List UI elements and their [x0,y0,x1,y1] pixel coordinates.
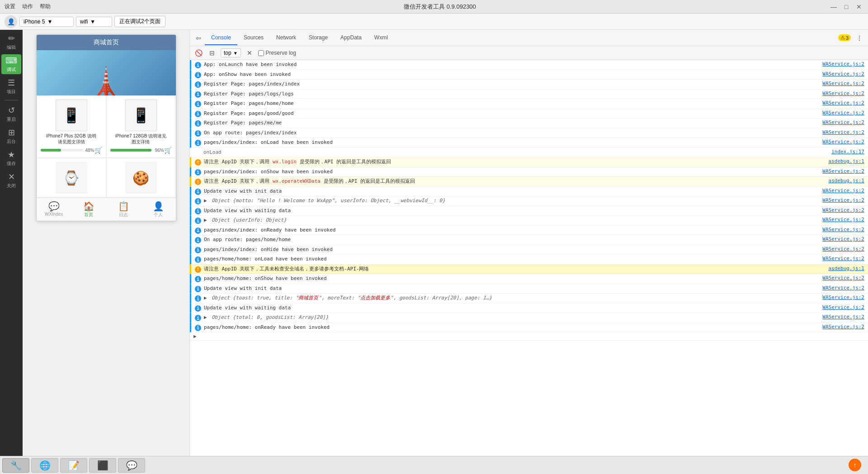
product-item-2[interactable]: 📱 iPhone7 128GB 说明请见图文详情 96% 🛒 [106,95,176,158]
nav-label-home: 首页 [84,212,93,218]
console-log-area: i App: onLaunch have been invoked WAServ… [190,60,868,456]
log-row: i pages/index/index: onHide have been in… [190,245,868,255]
log-source[interactable]: WAService.js:2 [822,110,864,116]
expand-icon[interactable]: ▶ [204,314,207,320]
expand-icon[interactable]: ▶ [204,217,207,223]
device-selector[interactable]: iPhone 5 ▼ [19,17,74,27]
log-source[interactable]: WAService.js:2 [822,207,864,213]
product-item-1[interactable]: 📱 iPhone7 Plus 32GB 说明请见图文详情 48% 🛒 [37,95,106,158]
close-button[interactable]: ✕ [854,2,863,11]
preserve-log-checkbox[interactable]: Preserve log [258,50,296,56]
log-source[interactable]: WAService.js:2 [822,100,864,106]
log-source[interactable]: WAService.js:2 [822,227,864,232]
warning-icon: ⚠ [840,35,845,41]
log-source[interactable]: WAService.js:2 [822,139,864,145]
log-row: i On app route: pages/home/home WAServic… [190,235,868,245]
product-item-4[interactable]: 🍪 [106,158,176,198]
regex-filter-button[interactable]: ✕ [245,48,255,58]
log-source[interactable]: WAService.js:2 [822,256,864,261]
taskbar-item-chrome[interactable]: 🌐 [31,458,58,473]
cart-icon-1[interactable]: 🛒 [94,147,102,154]
log-source[interactable]: index.js:17 [831,149,864,155]
log-source[interactable]: WAService.js:2 [822,119,864,125]
log-row: i Register Page: pages/logs/logs WAServi… [190,90,868,100]
sidebar-item-edit[interactable]: ✏ 编辑 [1,32,21,52]
tab-network[interactable]: Network [270,31,302,45]
nav-item-profile[interactable]: 👤 个人 [141,198,176,221]
log-source[interactable]: WAService.js:2 [822,81,864,86]
log-source[interactable]: WAService.js:2 [822,217,864,223]
taskbar-item-wechat[interactable]: 💬 [118,458,145,473]
tab-storage[interactable]: Storage [302,31,334,45]
nav-item-logs[interactable]: 📋 日志 [106,198,141,221]
menu-help[interactable]: 帮助 [40,3,51,10]
clear-console-button[interactable]: 🚫 [193,48,203,58]
log-text: pages/index/index: onShow have been invo… [204,168,818,176]
top-filter-dropdown[interactable]: top ▼ [221,48,241,57]
log-source[interactable]: WAService.js:2 [822,275,864,281]
sidebar-item-debug[interactable]: ⌨ 调试 [1,54,21,74]
tab-console[interactable]: Console [205,31,237,45]
devtools-menu-icon[interactable]: ⋮ [853,32,866,44]
filter-button[interactable]: ⊟ [207,48,217,58]
nav-item-home[interactable]: 🏠 首页 [71,198,106,221]
minimize-button[interactable]: — [829,2,838,11]
taskbar-item-terminal[interactable]: ⬛ [89,458,116,473]
sidebar-item-close[interactable]: ✕ 关闭 [1,171,21,190]
log-source[interactable]: WAService.js:2 [822,188,864,194]
sidebar-item-background[interactable]: ⊞ 后台 [1,126,21,146]
log-source[interactable]: WAService.js:2 [822,246,864,252]
log-row: i Update view with init data WAService.j… [190,187,868,197]
product-image-1: 📱 [56,100,87,131]
taskbar-item-devtools[interactable]: 🔧 [2,458,29,473]
log-text: Update view with waiting data [204,207,818,215]
log-source[interactable]: WAService.js:2 [822,314,864,320]
log-source[interactable]: WAService.js:2 [822,71,864,77]
page-debug-button[interactable]: 正在调试2个页面 [114,16,165,27]
log-source[interactable]: WAService.js:2 [822,324,864,330]
menu-settings[interactable]: 设置 [5,3,15,10]
log-source[interactable]: WAService.js:2 [822,168,864,174]
log-source[interactable]: WAService.js:2 [822,129,864,135]
log-source[interactable]: WAService.js:2 [822,61,864,67]
taskbar-item-editor[interactable]: 📝 [60,458,87,473]
expand-icon[interactable]: ▶ [204,295,207,301]
log-text: ▶ Object {toast: true, title: "商城首页", mo… [204,294,818,302]
network-selector[interactable]: wifi ▼ [76,17,112,27]
floating-action-button[interactable]: ↑ [849,459,861,471]
nav-label-wxindex: WXIndex [45,212,63,217]
log-source[interactable]: WAService.js:2 [822,236,864,242]
project-icon: ☰ [8,78,15,88]
close-icon: ✕ [8,172,15,182]
product-image-food: 🍪 [125,162,157,194]
sidebar-item-cache[interactable]: ★ 缓存 [1,148,21,168]
products-row-2: ⌚ 🍪 [37,158,176,198]
tab-wxml[interactable]: Wxml [368,31,394,45]
log-source[interactable]: asdebug.js:1 [829,178,864,184]
devtools-icon-left[interactable]: ⇦ [192,32,205,44]
log-icon-info: i [195,101,201,107]
log-text: Register Page: pages/good/good [204,110,818,118]
sidebar-item-project[interactable]: ☰ 项目 [1,76,21,96]
log-source[interactable]: WAService.js:2 [822,304,864,310]
log-source[interactable]: WAService.js:2 [822,294,864,300]
log-source[interactable]: WAService.js:2 [822,197,864,203]
tab-right: ⚠ 3 ⋮ [838,32,866,44]
sidebar-item-restart[interactable]: ↺ 重启 [1,104,21,124]
log-source[interactable]: WAService.js:2 [822,90,864,96]
product-item-3[interactable]: ⌚ [37,158,106,198]
tab-appdata[interactable]: AppData [334,31,368,45]
maximize-button[interactable]: □ [842,2,851,11]
expand-icon[interactable]: ▶ [204,198,207,204]
log-row: i pages/home/home: onLoad have been invo… [190,255,868,265]
tab-sources[interactable]: Sources [237,31,270,45]
log-source[interactable]: asdebug.js:1 [829,265,864,271]
log-source[interactable]: WAService.js:2 [822,285,864,291]
cart-icon-2[interactable]: 🛒 [164,147,172,154]
menu-actions[interactable]: 动作 [22,3,33,10]
log-source[interactable]: asdebug.js:1 [829,158,864,164]
nav-item-wxindex[interactable]: 💬 WXIndex [37,198,71,221]
sidebar-separator [5,100,18,100]
preserve-log-input[interactable] [258,50,264,56]
log-row: i pages/home/home: onReady have been inv… [190,323,868,333]
